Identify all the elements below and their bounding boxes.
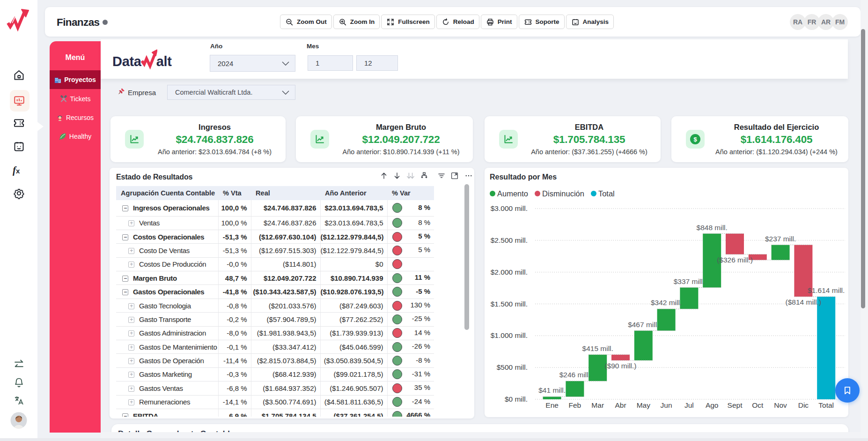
svg-text:($90 mill.): ($90 mill.) xyxy=(604,362,636,370)
svg-text:$337 mill.: $337 mill. xyxy=(674,277,705,285)
svg-text:Oct: Oct xyxy=(752,401,764,409)
svg-text:$237 mill.: $237 mill. xyxy=(765,235,796,243)
svg-text:$2.000 mill.: $2.000 mill. xyxy=(491,268,528,276)
svg-text:$2.500 mill.: $2.500 mill. xyxy=(491,236,528,244)
svg-text:$1.000 mill.: $1.000 mill. xyxy=(491,331,528,339)
svg-text:Jul: Jul xyxy=(684,401,694,409)
svg-text:Nov: Nov xyxy=(774,401,787,409)
svg-text:$0 mill.: $0 mill. xyxy=(505,395,528,403)
svg-text:May: May xyxy=(637,401,651,409)
svg-text:$848 mill.: $848 mill. xyxy=(697,224,728,232)
svg-text:$41 mill.: $41 mill. xyxy=(538,386,566,394)
svg-text:Ago: Ago xyxy=(706,401,719,409)
svg-text:$: $ xyxy=(693,136,697,143)
svg-text:$3.000 mill.: $3.000 mill. xyxy=(491,204,528,212)
svg-text:Sept: Sept xyxy=(728,401,743,409)
svg-text:Feb: Feb xyxy=(569,401,581,409)
svg-text:Jun: Jun xyxy=(661,401,672,409)
svg-text:Total: Total xyxy=(818,401,834,409)
svg-text:$415 mill.: $415 mill. xyxy=(582,344,613,352)
svg-text:$246 mill.: $246 mill. xyxy=(559,371,590,379)
svg-text:$467 mill.: $467 mill. xyxy=(628,321,659,329)
svg-text:($326 mill.): ($326 mill.) xyxy=(717,256,753,264)
svg-text:$342 mill.: $342 mill. xyxy=(651,299,682,306)
svg-text:$1.614 mill.: $1.614 mill. xyxy=(808,286,845,294)
svg-text:Abr: Abr xyxy=(615,401,626,409)
svg-text:Ene: Ene xyxy=(545,401,559,409)
svg-text:$1.500 mill.: $1.500 mill. xyxy=(491,300,528,308)
svg-text:$500 mill.: $500 mill. xyxy=(497,363,528,371)
svg-text:Mar: Mar xyxy=(591,401,604,409)
svg-text:($814 mill.): ($814 mill.) xyxy=(786,298,822,306)
svg-text:Dic: Dic xyxy=(798,401,809,409)
